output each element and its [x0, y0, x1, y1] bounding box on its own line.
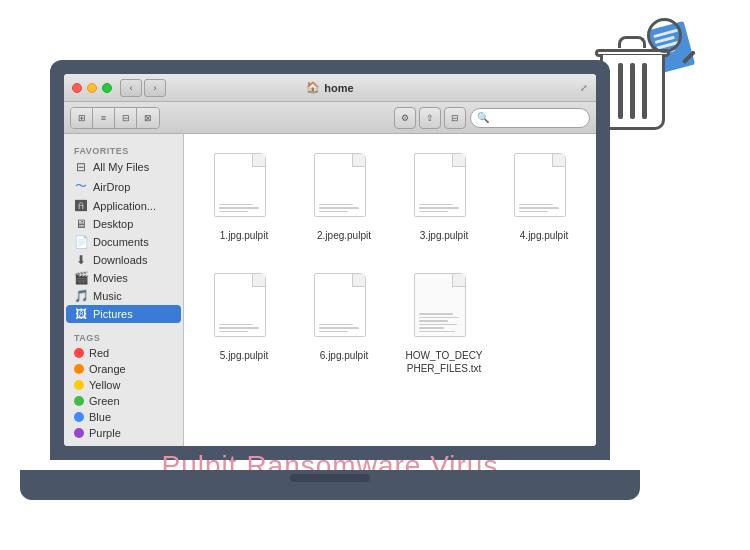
file-page-3: [414, 153, 466, 217]
home-icon: 🏠: [306, 81, 320, 94]
forward-button[interactable]: ›: [144, 79, 166, 97]
search-bar[interactable]: 🔍: [470, 108, 590, 128]
file-item-2[interactable]: 2.jpeg.pulpit: [299, 149, 389, 259]
file-page-1: [214, 153, 266, 217]
movies-icon: 🎬: [74, 271, 88, 285]
purple-tag-dot: [74, 428, 84, 438]
sidebar-item-tag-green[interactable]: Green: [66, 393, 181, 409]
file-lines-3: [419, 190, 461, 213]
file-lines-1: [219, 190, 261, 213]
finder-content: FAVORITES ⊟ All My Files 〜 AirDrop 🅰 App…: [64, 134, 596, 446]
sidebar-label-pictures: Pictures: [93, 308, 133, 320]
cover-flow-button[interactable]: ⊠: [137, 108, 159, 128]
sidebar-item-applications[interactable]: 🅰 Application...: [66, 197, 181, 215]
file-line: [219, 324, 253, 326]
file-name-3: 3.jpg.pulpit: [420, 229, 468, 242]
file-name-1: 1.jpg.pulpit: [220, 229, 268, 242]
sidebar-label-tag-blue: Blue: [89, 411, 111, 423]
file-line: [519, 204, 553, 206]
orange-tag-dot: [74, 364, 84, 374]
red-tag-dot: [74, 348, 84, 358]
file-page-2: [314, 153, 366, 217]
icon-view-button[interactable]: ⊞: [71, 108, 93, 128]
maximize-button[interactable]: [102, 83, 112, 93]
file-name-5: 5.jpg.pulpit: [220, 349, 268, 362]
file-line: [419, 211, 448, 213]
sidebar-label-all-my-files: All My Files: [93, 161, 149, 173]
file-icon-6: [314, 273, 374, 345]
back-button[interactable]: ‹: [120, 79, 142, 97]
sidebar-label-downloads: Downloads: [93, 254, 147, 266]
action-buttons: ⚙ ⇧ ⊟: [394, 107, 466, 129]
file-item-3[interactable]: 3.jpg.pulpit: [399, 149, 489, 259]
share-button[interactable]: ⇧: [419, 107, 441, 129]
sidebar-item-all-my-files[interactable]: ⊟ All My Files: [66, 158, 181, 176]
file-line: [319, 327, 359, 329]
airdrop-icon: 〜: [74, 178, 88, 195]
laptop-bezel: ‹ › 🏠 home ⤢ ⊞ ≡ ⊟: [50, 60, 610, 460]
file-page-5: [214, 273, 266, 337]
sidebar-item-tag-orange[interactable]: Orange: [66, 361, 181, 377]
file-page-6: [314, 273, 366, 337]
sidebar-item-pictures[interactable]: 🖼 Pictures: [66, 305, 181, 323]
file-line: [319, 211, 348, 213]
sidebar-item-documents[interactable]: 📄 Documents: [66, 233, 181, 251]
trash-line: [642, 63, 647, 119]
sidebar-item-tag-red[interactable]: Red: [66, 345, 181, 361]
action-button[interactable]: ⊟: [444, 107, 466, 129]
file-line: [319, 324, 353, 326]
sidebar-item-tag-purple[interactable]: Purple: [66, 425, 181, 441]
desktop-icon: 🖥: [74, 217, 88, 231]
sidebar-label-applications: Application...: [93, 200, 156, 212]
file-line: [219, 331, 248, 333]
sidebar-item-tag-yellow[interactable]: Yellow: [66, 377, 181, 393]
nav-buttons: ‹ ›: [120, 79, 166, 97]
file-line: [219, 211, 248, 213]
sidebar-item-desktop[interactable]: 🖥 Desktop: [66, 215, 181, 233]
file-icon-2: [314, 153, 374, 225]
file-item-7[interactable]: HOW_TO_DECYPHER_FILES.txt: [399, 269, 489, 379]
file-item-5[interactable]: 5.jpg.pulpit: [199, 269, 289, 379]
tags-heading: TAGS: [64, 329, 183, 345]
documents-icon: 📄: [74, 235, 88, 249]
file-name-6: 6.jpg.pulpit: [320, 349, 368, 362]
minimize-button[interactable]: [87, 83, 97, 93]
finder-window: ‹ › 🏠 home ⤢ ⊞ ≡ ⊟: [64, 74, 596, 446]
file-lines-2: [319, 190, 361, 213]
favorites-heading: FAVORITES: [64, 142, 183, 158]
close-button[interactable]: [72, 83, 82, 93]
file-lines-7: [419, 299, 461, 332]
file-item-6[interactable]: 6.jpg.pulpit: [299, 269, 389, 379]
sidebar-label-tag-yellow: Yellow: [89, 379, 120, 391]
sidebar-item-downloads[interactable]: ⬇ Downloads: [66, 251, 181, 269]
music-icon: 🎵: [74, 289, 88, 303]
all-files-icon: ⊟: [74, 160, 88, 174]
file-page-4: [514, 153, 566, 217]
file-lines-5: [219, 310, 261, 333]
finder-toolbar: ⊞ ≡ ⊟ ⊠ ⚙ ⇧ ⊟ 🔍: [64, 102, 596, 134]
file-name-4: 4.jpg.pulpit: [520, 229, 568, 242]
sidebar-label-airdrop: AirDrop: [93, 181, 130, 193]
sidebar-label-tag-orange: Orange: [89, 363, 126, 375]
sidebar-item-tag-blue[interactable]: Blue: [66, 409, 181, 425]
file-icon-5: [214, 273, 274, 345]
trash-handle: [618, 36, 646, 48]
column-view-button[interactable]: ⊟: [115, 108, 137, 128]
sidebar-item-music[interactable]: 🎵 Music: [66, 287, 181, 305]
gear-button[interactable]: ⚙: [394, 107, 416, 129]
sidebar-item-airdrop[interactable]: 〜 AirDrop: [66, 176, 181, 197]
file-item-1[interactable]: 1.jpg.pulpit: [199, 149, 289, 259]
file-line: [419, 204, 453, 206]
laptop-illustration: ‹ › 🏠 home ⤢ ⊞ ≡ ⊟: [20, 60, 640, 520]
laptop-base: [20, 470, 640, 500]
sidebar-item-movies[interactable]: 🎬 Movies: [66, 269, 181, 287]
list-view-button[interactable]: ≡: [93, 108, 115, 128]
magnifier-circle: [647, 18, 682, 53]
file-icon-7: [414, 273, 474, 345]
sidebar-label-tag-green: Green: [89, 395, 120, 407]
view-buttons: ⊞ ≡ ⊟ ⊠: [70, 107, 160, 129]
file-line: [319, 207, 359, 209]
file-item-4[interactable]: 4.jpg.pulpit: [499, 149, 589, 259]
file-line: [519, 207, 559, 209]
expand-icon[interactable]: ⤢: [580, 83, 588, 93]
